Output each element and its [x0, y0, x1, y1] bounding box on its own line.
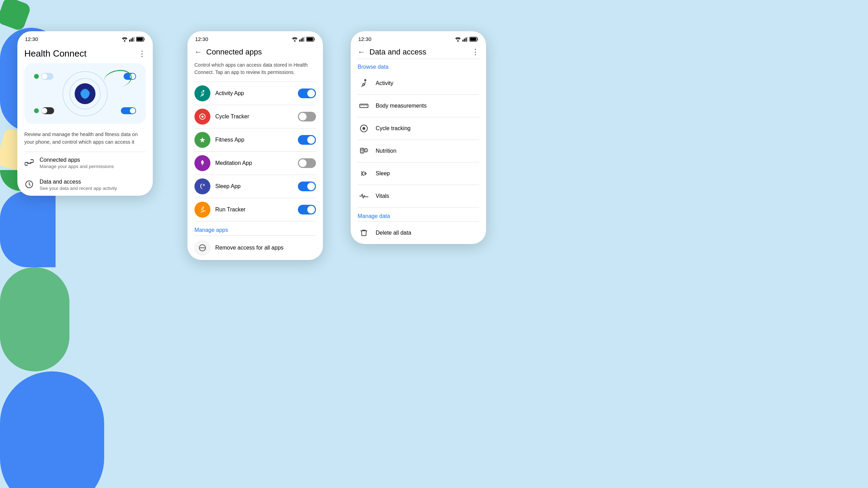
fitness-app-toggle[interactable]: [298, 135, 316, 145]
back-button-2[interactable]: ←: [194, 48, 202, 57]
app-row-cycle[interactable]: Cycle Tracker: [187, 105, 323, 128]
cycle-icon: [359, 124, 369, 133]
back-button-3[interactable]: ←: [358, 48, 365, 57]
wifi-icon-2: [292, 37, 298, 42]
dot-green: [34, 74, 39, 79]
toggle-3[interactable]: [42, 107, 54, 114]
delete-all-data-row[interactable]: Delete all data: [351, 222, 486, 244]
ruler-icon: [359, 101, 369, 111]
status-time: 12:30: [25, 36, 38, 42]
svg-rect-31: [466, 37, 467, 42]
meditation-app-toggle[interactable]: [298, 158, 316, 168]
data-access-item[interactable]: Data and access See your data and recent…: [17, 174, 153, 196]
browse-data-link[interactable]: Browse data: [351, 59, 486, 72]
toggle-4[interactable]: [121, 107, 136, 114]
app-row-fitness[interactable]: Fitness App: [187, 128, 323, 151]
svg-point-36: [364, 79, 366, 81]
manage-data-link[interactable]: Manage data: [351, 208, 486, 221]
app-row-meditation[interactable]: Meditation App: [187, 152, 323, 175]
meditation-app-icon: [194, 155, 210, 171]
block-icon: [199, 244, 206, 252]
svg-rect-18: [314, 38, 315, 40]
dot-green-2: [34, 108, 39, 113]
vitals-label: Vitals: [376, 193, 389, 199]
app-row-sleep[interactable]: Sleep App: [187, 175, 323, 198]
svg-point-28: [457, 40, 459, 42]
remove-access-row[interactable]: Remove access for all apps: [187, 236, 323, 260]
data-row-vitals[interactable]: Vitals: [351, 185, 486, 207]
fitness-app-icon: [194, 132, 210, 148]
svg-rect-35: [470, 37, 476, 41]
manage-apps-link[interactable]: Manage apps: [187, 221, 323, 235]
cycle-figure-icon: [198, 112, 207, 121]
svg-rect-4: [134, 37, 135, 42]
battery-icon-2: [306, 37, 315, 42]
svg-rect-19: [307, 37, 313, 41]
status-bar-2: 12:30: [187, 31, 323, 45]
more-menu-button[interactable]: ⋮: [138, 49, 146, 58]
bg-decoration: [0, 371, 104, 488]
svg-point-0: [124, 40, 125, 42]
activity-app-toggle[interactable]: [298, 89, 316, 98]
remove-access-text: Remove access for all apps: [215, 245, 284, 251]
meditation-app-name: Meditation App: [215, 160, 293, 166]
svg-rect-2: [131, 39, 132, 42]
toggle-1[interactable]: [41, 73, 53, 80]
cycle-tracker-icon: [194, 109, 210, 125]
svg-point-25: [202, 207, 204, 208]
status-bar: 12:30: [17, 31, 153, 45]
data-row-sleep[interactable]: Sleep: [351, 162, 486, 185]
cycle-tracking-icon: [358, 122, 370, 135]
phone-data-access: 12:30: [351, 31, 486, 244]
walking-icon: [359, 78, 369, 88]
signal-icon: [129, 37, 135, 42]
battery-icon: [136, 37, 145, 42]
trash-icon: [360, 229, 368, 237]
activity-data-icon: [358, 77, 370, 90]
svg-rect-7: [137, 37, 143, 41]
data-row-cycle[interactable]: Cycle tracking: [351, 117, 486, 140]
app-row-run[interactable]: Run Tracker: [187, 198, 323, 221]
data-access-subtitle: See your data and recent app activity: [40, 186, 117, 191]
health-graphic: [24, 63, 146, 124]
svg-rect-32: [467, 37, 468, 42]
status-bar-3: 12:30: [351, 31, 486, 45]
delete-all-data-label: Delete all data: [376, 230, 411, 236]
data-row-body[interactable]: Body measurements: [351, 95, 486, 117]
svg-rect-16: [304, 37, 305, 42]
status-icons-3: [455, 37, 478, 42]
svg-rect-6: [144, 38, 145, 40]
vitals-icon: [358, 190, 370, 202]
more-menu-button-3[interactable]: ⋮: [471, 48, 479, 57]
fitness-figure-icon: [198, 136, 207, 144]
status-icons: [122, 37, 145, 42]
signal-icon-2: [299, 37, 305, 42]
signal-icon-3: [462, 37, 468, 42]
svg-rect-14: [301, 39, 302, 42]
wifi-icon-3: [455, 37, 461, 42]
activity-app-name: Activity App: [215, 90, 293, 96]
connected-apps-title: Connected apps: [40, 157, 114, 163]
cycle-tracking-label: Cycle tracking: [376, 125, 410, 132]
sleep-app-toggle[interactable]: [298, 182, 316, 191]
cycle-tracker-toggle[interactable]: [298, 112, 316, 121]
phone1-description: Review and manage the health and fitness…: [17, 131, 153, 152]
nutrition-figure-icon: [359, 146, 369, 156]
run-tracker-icon: [194, 202, 210, 218]
phone-connected-apps: 12:30: [187, 31, 323, 260]
data-row-nutrition[interactable]: Nutrition: [351, 140, 486, 162]
clock-icon: [25, 180, 33, 188]
data-access-text: Data and access See your data and recent…: [40, 179, 117, 191]
sleep-app-name: Sleep App: [215, 183, 293, 190]
phone-health-connect: 12:30: [17, 31, 153, 196]
data-row-activity[interactable]: Activity: [351, 72, 486, 94]
wifi-icon: [122, 37, 128, 42]
app-row-activity[interactable]: Activity App: [187, 82, 323, 105]
battery-icon-3: [469, 37, 478, 42]
svg-rect-13: [299, 40, 300, 42]
svg-point-23: [202, 161, 203, 162]
phone3-header: ← Data and access ⋮: [351, 45, 486, 59]
remove-access-icon: [194, 240, 210, 256]
connected-apps-item[interactable]: Connected apps Manage your apps and perm…: [17, 152, 153, 174]
run-tracker-toggle[interactable]: [298, 205, 316, 214]
